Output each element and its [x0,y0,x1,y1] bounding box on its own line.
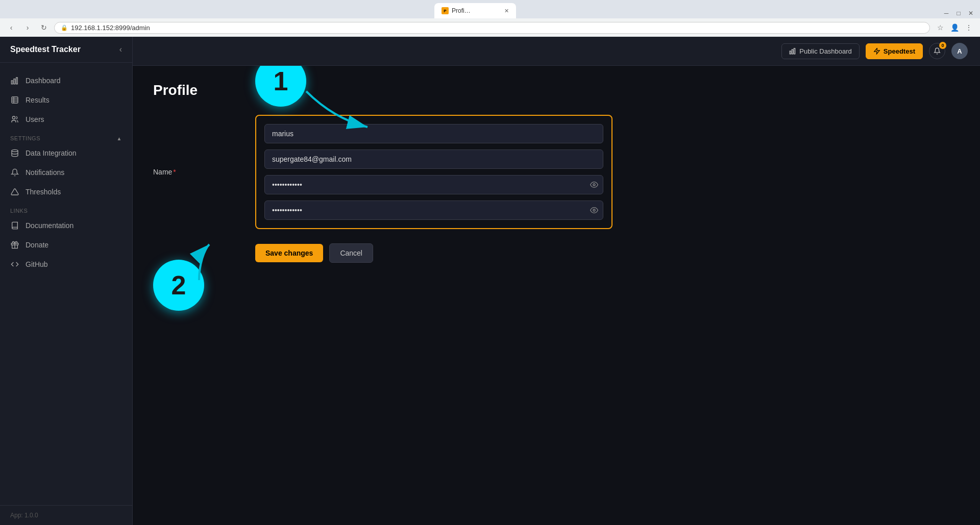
tab-title: Profi… [452,7,471,14]
browser-actions: ☆ 👤 ⋮ [934,21,975,34]
public-dashboard-label: Public Dashboard [799,47,852,55]
sidebar-item-users[interactable]: Users [0,110,132,129]
browser-toolbar: ‹ › ↻ 🔒 192.168.1.152:8999/admin ☆ 👤 ⋮ [0,18,980,37]
restore-btn[interactable]: □ [953,8,964,18]
minimize-btn[interactable]: ─ [941,8,951,18]
profile-form: Name* [153,115,612,263]
sidebar-item-label: Users [26,115,44,123]
toggle-confirm-password-btn[interactable] [590,206,598,214]
confirm-password-input[interactable] [264,201,603,220]
app-logo: Speedtest Tracker [10,45,81,54]
annotation-circle-2: 2 [153,260,204,311]
svg-rect-10 [790,51,791,54]
tab-close-btn[interactable]: ✕ [504,8,509,14]
new-password-input[interactable] [264,175,603,194]
sidebar-item-donate[interactable]: Donate [0,235,132,255]
sidebar: Speedtest Tracker ‹ Dashboard Results [0,37,133,525]
bell-badge: 0 [939,42,946,49]
svg-rect-2 [16,78,18,84]
top-header: Public Dashboard Speedtest 0 A [133,37,980,66]
active-tab[interactable]: P Profi… ✕ [434,3,516,18]
bar-chart-icon [789,47,796,55]
table-icon [10,95,19,105]
sidebar-item-label: Notifications [26,168,64,177]
sidebar-item-label: Data Integration [26,149,77,157]
cancel-btn[interactable]: Cancel [329,243,373,263]
toggle-new-password-btn[interactable] [590,181,598,189]
name-input[interactable] [264,124,603,143]
svg-rect-1 [14,79,15,84]
sidebar-item-label: GitHub [26,260,48,268]
sidebar-item-documentation[interactable]: Documentation [0,216,132,235]
browser-chrome: P Profi… ✕ ─ □ ✕ ‹ › ↻ 🔒 192.168.1.152:8… [0,0,980,37]
sidebar-item-label: Results [26,96,50,104]
name-label: Name* [153,168,245,176]
svg-point-14 [593,209,595,211]
links-section-label: Links [0,202,132,216]
gift-icon [10,240,19,249]
tab-favicon: P [442,7,449,14]
back-btn[interactable]: ‹ [5,21,17,34]
sidebar-footer: App: 1.0.0 [0,505,132,525]
svg-rect-0 [11,81,13,84]
svg-point-13 [593,184,595,186]
bookmark-btn[interactable]: ☆ [934,21,946,34]
notification-bell-btn[interactable]: 0 [929,43,945,59]
public-dashboard-btn[interactable]: Public Dashboard [781,43,860,59]
users-icon [10,115,19,124]
page-title: Profile [153,82,960,98]
speedtest-icon [873,47,880,55]
form-actions: Save changes Cancel [153,243,612,263]
settings-chevron-icon: ▲ [117,136,122,141]
svg-point-7 [12,116,15,119]
new-password-wrapper [264,175,603,194]
code-icon [10,260,19,269]
save-changes-btn[interactable]: Save changes [255,244,323,262]
sidebar-item-label: Donate [26,241,48,249]
main-area: Public Dashboard Speedtest 0 A Profile [133,37,980,525]
address-text: 192.168.1.152:8999/admin [71,24,150,32]
sidebar-item-github[interactable]: GitHub [0,255,132,274]
bell-icon [10,168,19,177]
sidebar-item-dashboard[interactable]: Dashboard [0,71,132,90]
user-avatar[interactable]: A [951,43,968,59]
menu-btn[interactable]: ⋮ [963,21,975,34]
lock-icon: 🔒 [61,24,68,31]
close-btn[interactable]: ✕ [966,8,976,18]
book-icon [10,221,19,230]
reload-btn[interactable]: ↻ [38,21,50,34]
sidebar-item-label: Dashboard [26,77,61,85]
speedtest-label: Speedtest [884,47,915,55]
sidebar-item-label: Thresholds [26,188,61,196]
svg-point-8 [12,149,18,152]
app-container: Speedtest Tracker ‹ Dashboard Results [0,37,980,525]
sidebar-item-notifications[interactable]: Notifications [0,163,132,182]
eye-icon-2 [590,206,598,214]
sidebar-item-label: Documentation [26,221,74,230]
email-input[interactable] [264,149,603,169]
sidebar-nav: Dashboard Results Users Settings ▲ [0,63,132,505]
svg-rect-11 [792,49,793,54]
main-content: Profile Name* [133,66,980,525]
speedtest-btn[interactable]: Speedtest [866,43,923,59]
svg-rect-12 [794,48,795,54]
sidebar-header: Speedtest Tracker ‹ [0,37,132,63]
settings-section-label: Settings ▲ [0,129,132,143]
profile-btn[interactable]: 👤 [948,21,961,34]
address-bar[interactable]: 🔒 192.168.1.152:8999/admin [54,22,930,34]
forward-btn[interactable]: › [21,21,34,34]
svg-rect-3 [12,97,18,103]
database-icon [10,148,19,158]
eye-icon [590,181,598,189]
avatar-letter: A [957,47,962,55]
sidebar-toggle-btn[interactable]: ‹ [119,45,122,54]
sidebar-item-results[interactable]: Results [0,90,132,110]
sidebar-item-data-integration[interactable]: Data Integration [0,143,132,163]
browser-tabs: P Profi… ✕ ─ □ ✕ [0,0,980,18]
sidebar-item-thresholds[interactable]: Thresholds [0,182,132,202]
highlighted-fields-box [255,115,612,229]
name-row: Name* [153,115,612,229]
chart-icon [10,76,19,85]
app-version: App: 1.0.0 [10,512,38,519]
bell-header-icon [934,47,941,55]
